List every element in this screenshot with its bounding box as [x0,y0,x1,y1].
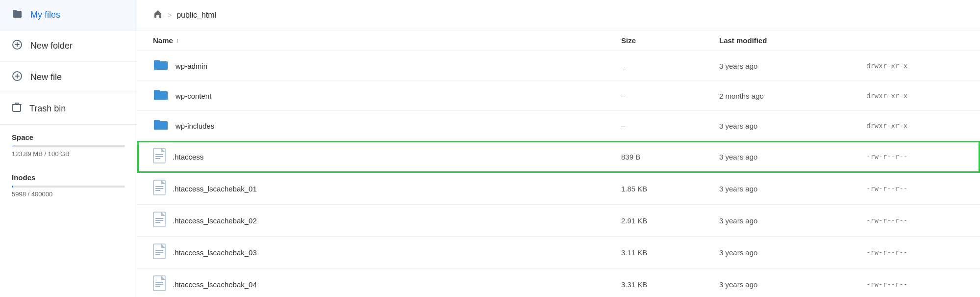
file-size: 2.91 KB [621,216,719,225]
file-size: 1.85 KB [621,185,719,193]
space-progress-bar [12,145,125,147]
header-name[interactable]: Name ↑ [153,36,621,45]
doc-file-icon [153,275,166,291]
file-modified: 3 years ago [719,216,866,225]
file-modified: 3 years ago [719,280,866,289]
space-info: 123.89 MB / 100 GB [12,150,125,158]
sidebar-item-trash-bin-label: Trash bin [29,104,66,114]
sidebar-item-my-files[interactable]: My files [0,0,137,30]
breadcrumb-separator: > [168,11,172,19]
trash-icon [12,102,22,115]
folder-icon [12,9,23,21]
header-size-label: Size [621,36,636,45]
svg-rect-6 [13,105,21,111]
file-modified: 2 months ago [719,92,866,100]
file-permissions: -rw-r--r-- [866,216,964,224]
header-name-label: Name [153,36,173,45]
inodes-progress-fill [12,186,13,188]
file-size: – [621,122,719,130]
plus-folder-icon [12,39,23,53]
file-name-cell: wp-content [153,88,621,104]
doc-file-icon [153,180,166,195]
sidebar-inodes: Inodes 5998 / 400000 [0,165,137,206]
file-size: – [621,62,719,70]
file-permissions: drwxr-xr-x [866,62,964,70]
file-name-cell: .htaccess_lscachebak_04 [153,275,621,293]
inodes-info: 5998 / 400000 [12,190,125,198]
file-size: 3.31 KB [621,280,719,289]
space-title: Space [12,133,125,141]
file-name-cell: .htaccess_lscachebak_03 [153,243,621,261]
doc-file-icon [153,212,166,227]
folder-file-icon [153,88,169,102]
plus-file-icon [12,71,23,84]
breadcrumb-current-path: public_html [176,11,216,20]
file-size: 839 B [621,153,719,161]
sidebar-space: Space 123.89 MB / 100 GB [0,125,137,165]
header-last-modified[interactable]: Last modified [719,36,866,45]
sidebar-item-new-file[interactable]: New file [0,62,137,93]
header-size[interactable]: Size [621,36,719,45]
file-permissions: -rw-r--r-- [866,248,964,256]
file-permissions: -rw-r--r-- [866,153,964,161]
sidebar-item-trash-bin[interactable]: Trash bin [0,93,137,125]
sort-arrow-icon: ↑ [176,37,179,44]
file-name-cell: .htaccess_lscachebak_02 [153,212,621,229]
file-name: .htaccess [173,153,203,161]
home-icon[interactable] [153,9,163,21]
file-name: .htaccess_lscachebak_02 [173,216,257,225]
table-row[interactable]: wp-includes – 3 years ago drwxr-xr-x [137,111,980,141]
file-name: .htaccess_lscachebak_01 [173,185,257,193]
sidebar-item-new-folder-label: New folder [30,41,73,51]
sidebar-item-new-file-label: New file [30,72,62,82]
doc-file-icon [153,243,166,259]
file-table-header: Name ↑ Size Last modified [137,30,980,51]
file-modified: 3 years ago [719,248,866,257]
folder-file-icon [153,58,169,72]
file-permissions: drwxr-xr-x [866,122,964,130]
file-name: wp-admin [176,62,207,70]
table-row[interactable]: .htaccess 839 B 3 years ago -rw-r--r-- [137,141,980,173]
doc-file-icon [153,148,166,163]
file-name-cell: .htaccess [153,148,621,165]
table-row[interactable]: .htaccess_lscachebak_01 1.85 KB 3 years … [137,173,980,205]
file-modified: 3 years ago [719,185,866,193]
file-permissions: -rw-r--r-- [866,280,964,288]
sidebar: My files New folder New file [0,0,137,297]
breadcrumb: > public_html [137,0,980,30]
file-modified: 3 years ago [719,62,866,70]
folder-file-icon [153,118,169,132]
file-size: – [621,92,719,100]
file-name: .htaccess_lscachebak_03 [173,248,257,257]
table-row[interactable]: .htaccess_lscachebak_04 3.31 KB 3 years … [137,269,980,297]
file-name: .htaccess_lscachebak_04 [173,280,257,289]
sidebar-item-new-folder[interactable]: New folder [0,30,137,62]
inodes-progress-bar [12,186,125,188]
file-name-cell: wp-admin [153,58,621,74]
table-row[interactable]: .htaccess_lscachebak_03 3.11 KB 3 years … [137,237,980,269]
file-modified: 3 years ago [719,122,866,130]
file-name: wp-content [176,92,211,100]
file-name: wp-includes [176,122,214,130]
table-row[interactable]: wp-content – 2 months ago drwxr-xr-x [137,81,980,111]
main-content: > public_html Name ↑ Size Last modified … [137,0,980,297]
file-permissions: drwxr-xr-x [866,92,964,100]
header-last-modified-label: Last modified [719,36,767,45]
table-row[interactable]: .htaccess_lscachebak_02 2.91 KB 3 years … [137,205,980,237]
file-permissions: -rw-r--r-- [866,185,964,192]
header-permissions [866,36,964,45]
inodes-title: Inodes [12,173,125,182]
file-modified: 3 years ago [719,153,866,161]
sidebar-item-my-files-label: My files [30,10,60,20]
file-name-cell: wp-includes [153,118,621,134]
table-row[interactable]: wp-admin – 3 years ago drwxr-xr-x [137,51,980,81]
file-size: 3.11 KB [621,248,719,257]
file-table-body: wp-admin – 3 years ago drwxr-xr-x wp-con… [137,51,980,297]
file-name-cell: .htaccess_lscachebak_01 [153,180,621,197]
